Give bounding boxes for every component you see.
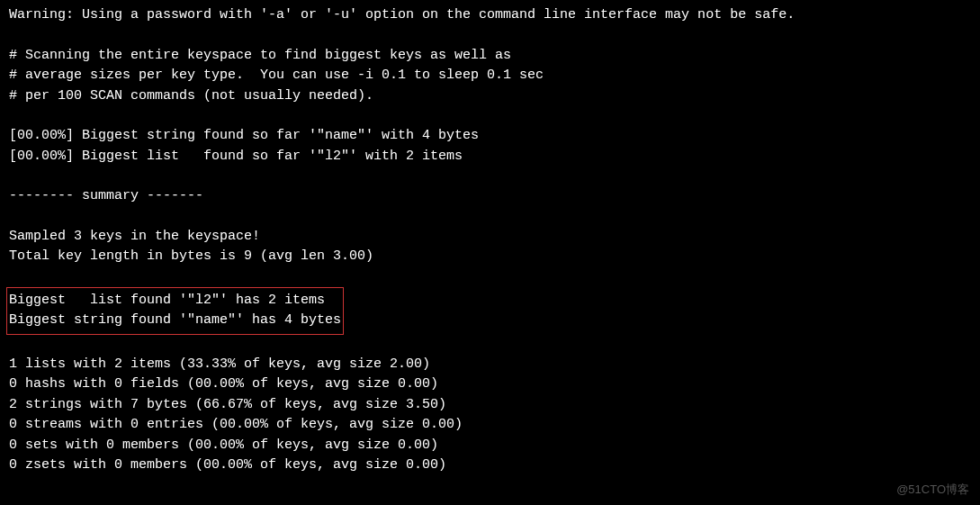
watermark-text: @51CTO博客 xyxy=(896,481,969,499)
summary-header: -------- summary ------- xyxy=(9,186,971,207)
blank-line xyxy=(9,167,971,186)
blank-line xyxy=(9,207,971,227)
blank-line xyxy=(9,267,971,287)
stat-streams: 0 streams with 0 entries (00.00% of keys… xyxy=(9,415,971,436)
biggest-list-line: Biggest list found '"l2"' has 2 items xyxy=(9,291,341,311)
stat-hashs: 0 hashs with 0 fields (00.00% of keys, a… xyxy=(9,374,971,395)
scan-comment-3: # per 100 SCAN commands (not usually nee… xyxy=(9,86,971,107)
stat-sets: 0 sets with 0 members (00.00% of keys, a… xyxy=(9,436,971,456)
progress-string: [00.00%] Biggest string found so far '"n… xyxy=(9,126,971,147)
total-length-line: Total key length in bytes is 9 (avg len … xyxy=(9,247,971,267)
blank-line xyxy=(9,335,971,355)
blank-line xyxy=(9,106,971,126)
stat-lists: 1 lists with 2 items (33.33% of keys, av… xyxy=(9,355,971,375)
stat-strings: 2 strings with 7 bytes (66.67% of keys, … xyxy=(9,395,971,416)
biggest-string-line: Biggest string found '"name"' has 4 byte… xyxy=(9,311,341,331)
biggest-keys-highlight: Biggest list found '"l2"' has 2 items Bi… xyxy=(6,287,344,335)
progress-list: [00.00%] Biggest list found so far '"l2"… xyxy=(9,147,971,167)
warning-line: Warning: Using a password with '-a' or '… xyxy=(9,5,971,26)
blank-line xyxy=(9,26,971,46)
scan-comment-1: # Scanning the entire keyspace to find b… xyxy=(9,46,971,67)
scan-comment-2: # average sizes per key type. You can us… xyxy=(9,66,971,86)
stat-zsets: 0 zsets with 0 members (00.00% of keys, … xyxy=(9,455,971,476)
sampled-line: Sampled 3 keys in the keyspace! xyxy=(9,227,971,248)
